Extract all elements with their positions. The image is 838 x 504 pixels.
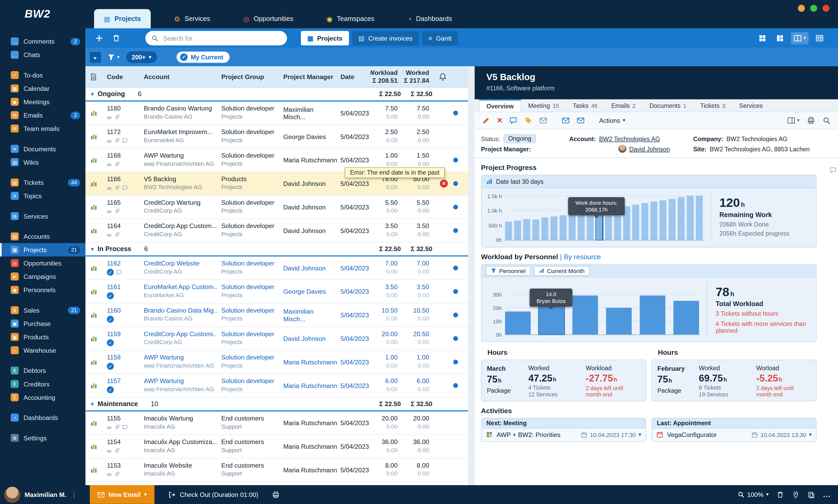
chart-bar[interactable]: [572, 295, 598, 334]
last-appointment-item[interactable]: VegaConfigurator 10.04.2023 13:30 ▾: [652, 428, 816, 441]
check-out-button[interactable]: Check Out (Duration 01:00): [168, 491, 258, 498]
nav-tab-projects[interactable]: ▦Projects: [94, 9, 150, 28]
table-row[interactable]: 1160 ✓ Brando Casino Data Mig... Brando …: [86, 303, 468, 327]
chart-bar[interactable]: [551, 217, 557, 240]
chevron-down-icon[interactable]: ▾: [639, 431, 641, 438]
chart-bar[interactable]: [514, 221, 521, 240]
edit-button[interactable]: [482, 116, 490, 125]
sidebar-item-sales[interactable]: $Sales21: [0, 303, 86, 317]
mail-out-button[interactable]: [577, 116, 585, 125]
sidebar-item-personnels[interactable]: ◉Personnels: [0, 283, 86, 296]
footer-trash-button[interactable]: [777, 491, 784, 498]
chart-bar[interactable]: [687, 196, 694, 240]
sidebar-item-accounts[interactable]: ▤Accounts: [0, 230, 86, 243]
table-row[interactable]: 1162 ✓ CreditCorp Website CreditCorp AG …: [86, 256, 468, 280]
sidebar-item-settings[interactable]: ⚙Settings: [0, 431, 86, 445]
chart-bar[interactable]: [541, 218, 548, 240]
search-record-button[interactable]: [823, 116, 831, 125]
add-comment-icon[interactable]: [830, 167, 836, 174]
chart-bar[interactable]: [641, 203, 648, 240]
detail-tab-emails[interactable]: Emails2: [604, 100, 643, 112]
chart-bar[interactable]: [559, 215, 567, 240]
sidebar-item-chats[interactable]: …Chats: [0, 48, 86, 61]
next-meeting-item[interactable]: AWP + BW2: Priorities 10.04.2023 17:30 ▾: [482, 428, 646, 441]
gantt-button[interactable]: ≡Gantt: [422, 31, 458, 45]
chart-bar[interactable]: [696, 196, 703, 240]
chart-bar[interactable]: [587, 212, 594, 240]
sidebar-item-calendar[interactable]: ▦Calendar: [0, 82, 86, 95]
window-close-button[interactable]: [823, 5, 830, 12]
nav-tab-teamspaces[interactable]: ◉Teamspaces: [317, 9, 384, 28]
chart-bar[interactable]: [668, 199, 676, 240]
chart-bar[interactable]: [505, 311, 531, 334]
comment-button[interactable]: [509, 116, 517, 125]
sidebar-item-emails[interactable]: ✉Emails2: [0, 108, 86, 122]
table-row[interactable]: 1158 ✓ AWP Wartung awp Finanznachrichten…: [86, 350, 468, 374]
tag-button[interactable]: [524, 116, 532, 125]
table-row[interactable]: 1172 ∞ EuroMarket Improvem... Euromarket…: [86, 125, 468, 149]
table-group-header[interactable]: ▾ Maintenance 10 Σ 22.50 Σ 32.50: [86, 397, 468, 411]
personnel-filter-button[interactable]: Personnel: [486, 266, 531, 275]
column-header-project-group[interactable]: Project Group: [219, 66, 281, 87]
table-group-header[interactable]: ▾ In Process 6 Σ 22.50 Σ 32.50: [86, 243, 468, 256]
create-invoices-button[interactable]: ▤Create invoices: [352, 31, 419, 45]
add-button[interactable]: [92, 31, 106, 45]
detail-tab-services[interactable]: Services: [732, 100, 770, 112]
table-row[interactable]: 1161 ✓ EuroMarket App Custom... EuroMark…: [86, 280, 468, 303]
sidebar-item-topics[interactable]: #Topics: [0, 189, 86, 202]
sidebar-item-opportunities[interactable]: ◎Opportunities: [0, 256, 86, 270]
detail-tab-meeting[interactable]: Meeting15: [521, 100, 566, 112]
chevron-down-icon[interactable]: ▾: [91, 400, 94, 408]
column-header-date[interactable]: Date: [339, 66, 370, 87]
column-header-account[interactable]: Account: [142, 66, 219, 87]
sidebar-item-to-dos[interactable]: ✓To-dos: [0, 68, 86, 82]
chart-bar[interactable]: [532, 220, 539, 240]
send-mail-button[interactable]: [539, 116, 547, 125]
detail-tab-overview[interactable]: Overview: [479, 100, 521, 112]
column-header-code[interactable]: Code: [102, 66, 142, 87]
sidebar-item-campaigns[interactable]: ▶Campaigns: [0, 270, 86, 283]
app-logo[interactable]: BW2: [24, 7, 50, 20]
new-email-button[interactable]: New Email ▾: [90, 485, 154, 504]
footer-more-button[interactable]: ...: [823, 490, 831, 499]
window-maximize-button[interactable]: [810, 5, 817, 12]
chevron-down-icon[interactable]: ▾: [91, 246, 94, 253]
table-row[interactable]: 1154 ∞ Imaculix App Customiza... Imaculi…: [86, 435, 468, 458]
sidebar-item-warehouse[interactable]: ⌂Warehouse: [0, 343, 86, 357]
sidebar-item-purchase[interactable]: ▣Purchase: [0, 317, 86, 330]
expand-panel-button[interactable]: ▸: [90, 52, 101, 63]
zoom-control[interactable]: 100% ▾: [737, 491, 769, 498]
grid-view-button[interactable]: [756, 32, 769, 44]
table-row[interactable]: 1153 ∞ Imaculix Website Imaculix AG End …: [86, 458, 468, 482]
sidebar-item-comments[interactable]: …Comments2: [0, 35, 86, 48]
chart-bar[interactable]: [569, 214, 576, 240]
column-header-worked[interactable]: Worked Σ 217.84: [401, 66, 432, 87]
my-current-filter-chip[interactable]: ✓My Current: [176, 51, 229, 63]
chart-bar[interactable]: [678, 197, 685, 240]
actions-menu-button[interactable]: Actions▾: [599, 117, 625, 124]
detail-tab-tickets[interactable]: Tickets3: [693, 100, 732, 112]
sidebar-item-documents[interactable]: ≡Documents: [0, 142, 86, 156]
nav-tab-services[interactable]: ⚙Services: [164, 9, 220, 28]
chart-bar[interactable]: [673, 301, 699, 334]
table-view-button[interactable]: [813, 32, 826, 44]
sidebar-item-products[interactable]: ▣Products: [0, 330, 86, 343]
chart-bar[interactable]: [632, 205, 639, 240]
bell-icon[interactable]: [439, 73, 447, 81]
sidebar-item-accounting[interactable]: ΣAccounting: [0, 391, 86, 404]
user-menu[interactable]: Maximilian M. ⋮: [0, 486, 86, 502]
record-count-button[interactable]: 200+▾: [126, 51, 157, 63]
mail-in-button[interactable]: [562, 116, 570, 125]
chart-bar[interactable]: [640, 295, 665, 334]
chart-bar[interactable]: [650, 201, 658, 240]
nav-tab-dashboards[interactable]: ◔Dashboards: [398, 9, 461, 28]
table-row[interactable]: 1164 ∞ CreditCorp App Custom... CreditCo…: [86, 219, 468, 243]
current-month-button[interactable]: Current Month: [534, 266, 589, 275]
sidebar-item-wikis[interactable]: ▤Wikis: [0, 156, 86, 169]
print-button[interactable]: [807, 116, 815, 125]
sidebar-item-tickets[interactable]: ▤Tickets44: [0, 176, 86, 189]
window-minimize-button[interactable]: [798, 5, 805, 12]
chart-bar[interactable]: [523, 219, 530, 240]
table-row[interactable]: 1165 ∞ CreditCorp Wartung CreditCorp AG …: [86, 196, 468, 219]
sidebar-item-meetings[interactable]: ◉Meetings: [0, 95, 86, 108]
